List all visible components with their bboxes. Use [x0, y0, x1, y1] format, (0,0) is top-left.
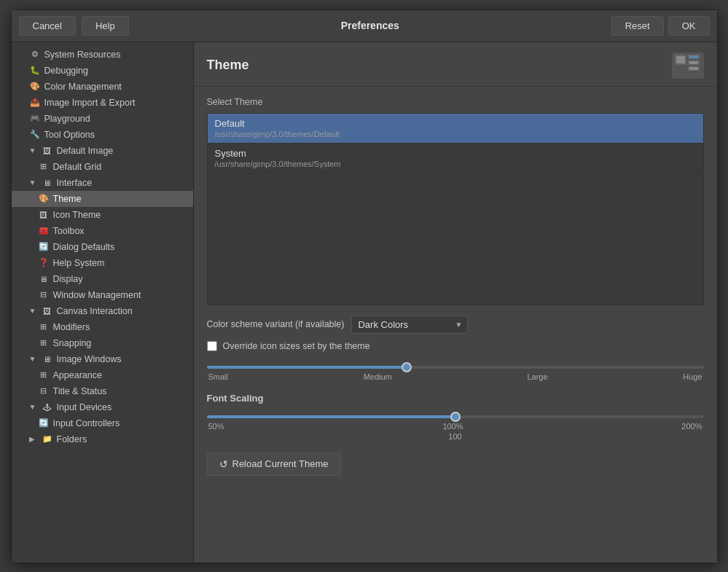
sidebar-item-label: Folders [57, 434, 87, 444]
collapse-arrow-icon: ▼ [29, 146, 38, 154]
reset-button[interactable]: Reset [611, 16, 664, 36]
font-mark-200: 200% [681, 422, 702, 431]
theme-svg-icon [675, 55, 701, 77]
sidebar-item-appearance[interactable]: ⊞ Appearance [12, 367, 193, 383]
image-import-icon: 📤 [29, 97, 41, 109]
dialog-defaults-icon: 🔄 [38, 241, 50, 253]
sidebar-item-label: Debugging [44, 66, 88, 76]
icon-size-slider-section: Small Medium Large Huge [207, 360, 704, 381]
theme-name-system: System [215, 148, 696, 159]
debugging-icon: 🐛 [29, 65, 41, 77]
select-theme-label: Select Theme [207, 97, 704, 107]
font-scale-slider[interactable] [207, 415, 704, 418]
sidebar-item-title-status[interactable]: ⊟ Title & Status [12, 383, 193, 399]
theme-icon: 🎨 [38, 193, 50, 205]
sidebar-item-label: Default Image [57, 146, 114, 156]
icon-size-mark-medium: Medium [364, 372, 392, 381]
collapse-arrow-folders-icon: ▶ [29, 435, 38, 443]
sidebar-item-image-windows[interactable]: ▼ 🖥 Image Windows [12, 351, 193, 367]
override-checkbox-label: Override icon sizes set by the theme [223, 341, 370, 351]
sidebar-item-theme[interactable]: 🎨 Theme [12, 191, 193, 207]
sidebar-item-color-management[interactable]: 🎨 Color Management [12, 79, 193, 95]
font-mark-100: 100% [442, 422, 463, 431]
reload-button-label: Reload Current Theme [232, 458, 329, 469]
color-scheme-select-wrapper: Dark Colors Light Colors System Default [351, 316, 468, 334]
title-status-icon: ⊟ [38, 385, 50, 397]
theme-name-default: Default [215, 118, 696, 129]
color-scheme-select[interactable]: Dark Colors Light Colors System Default [351, 316, 468, 334]
font-scale-current-value: 100 [207, 432, 704, 441]
sidebar-item-label: Color Management [44, 82, 122, 92]
page-title: Theme [207, 58, 249, 73]
input-controllers-icon: 🔄 [38, 418, 50, 429]
modifiers-icon: ⊞ [38, 321, 50, 333]
icon-size-mark-large: Large [527, 372, 547, 381]
sidebar-item-canvas-interaction[interactable]: ▼ 🖼 Canvas Interaction [12, 303, 193, 319]
sidebar-item-modifiers[interactable]: ⊞ Modifiers [12, 319, 193, 335]
sidebar-item-label: Help System [53, 258, 105, 268]
color-management-icon: 🎨 [29, 81, 41, 93]
default-image-icon: 🖼 [42, 145, 53, 157]
input-devices-icon: 🕹 [42, 401, 53, 413]
sidebar-item-label: Title & Status [53, 386, 107, 396]
sidebar-item-label: Input Devices [57, 402, 112, 412]
sidebar-item-image-import-export[interactable]: 📤 Image Import & Export [12, 95, 193, 111]
folders-icon: 📁 [42, 434, 53, 445]
sidebar-item-dialog-defaults[interactable]: 🔄 Dialog Defaults [12, 239, 193, 255]
font-scaling-label: Font Scaling [207, 393, 704, 404]
help-system-icon: ❓ [38, 257, 50, 269]
sidebar-item-tool-options[interactable]: 🔧 Tool Options [12, 127, 193, 143]
sidebar-item-label: Theme [53, 194, 82, 204]
svg-rect-1 [676, 56, 685, 63]
sidebar-item-label: Modifiers [53, 322, 90, 332]
theme-list: Default /usr/share/gimp/3.0/themes/Defau… [207, 113, 704, 305]
titlebar-right: Reset OK [611, 16, 710, 36]
sidebar-item-label: Interface [57, 178, 93, 188]
sidebar-item-folders[interactable]: ▶ 📁 Folders [12, 431, 193, 447]
ok-button[interactable]: OK [668, 16, 710, 36]
theme-item-default[interactable]: Default /usr/share/gimp/3.0/themes/Defau… [208, 114, 703, 144]
sidebar-item-window-management[interactable]: ⊟ Window Management [12, 287, 193, 303]
sidebar-item-interface[interactable]: ▼ 🖥 Interface [12, 175, 193, 191]
sidebar-item-debugging[interactable]: 🐛 Debugging [12, 63, 193, 79]
main-header: Theme [194, 42, 717, 87]
collapse-arrow-canvas-icon: ▼ [29, 307, 38, 315]
override-checkbox[interactable] [207, 341, 217, 351]
icon-theme-icon: 🖼 [38, 209, 50, 221]
collapse-arrow-interface-icon: ▼ [29, 179, 38, 187]
sidebar-item-label: Image Import & Export [44, 98, 136, 108]
sidebar-item-label: Window Management [53, 290, 141, 300]
sidebar-item-input-devices[interactable]: ▼ 🕹 Input Devices [12, 399, 193, 415]
sidebar-item-input-controllers[interactable]: 🔄 Input Controllers [12, 415, 193, 431]
theme-list-empty-space [208, 173, 703, 305]
sidebar-item-display[interactable]: 🖥 Display [12, 271, 193, 287]
sidebar-item-icon-theme[interactable]: 🖼 Icon Theme [12, 207, 193, 223]
window-title: Preferences [135, 20, 606, 31]
default-grid-icon: ⊞ [38, 161, 50, 173]
icon-size-slider[interactable] [207, 366, 704, 369]
sidebar-item-toolbox[interactable]: 🧰 Toolbox [12, 223, 193, 239]
sidebar-item-default-image[interactable]: ▼ 🖼 Default Image [12, 143, 193, 159]
theme-path-default: /usr/share/gimp/3.0/themes/Default [215, 130, 696, 138]
sidebar-item-label: Image Windows [57, 354, 122, 364]
sidebar-item-snapping[interactable]: ⊞ Snapping [12, 335, 193, 351]
sidebar-item-default-grid[interactable]: ⊞ Default Grid [12, 159, 193, 175]
cancel-button[interactable]: Cancel [19, 16, 76, 36]
main-content: ⚙ System Resources 🐛 Debugging 🎨 Color M… [12, 42, 717, 563]
system-resources-icon: ⚙ [29, 49, 41, 60]
sidebar-item-help-system[interactable]: ❓ Help System [12, 255, 193, 271]
sidebar-item-label: Toolbox [53, 226, 85, 236]
sidebar-item-system-resources[interactable]: ⚙ System Resources [12, 47, 193, 63]
sidebar-item-label: Snapping [53, 338, 92, 348]
help-button[interactable]: Help [82, 16, 129, 36]
reload-theme-button[interactable]: ↺ Reload Current Theme [207, 452, 341, 476]
display-icon: 🖥 [38, 273, 50, 285]
sidebar-item-label: Tool Options [44, 130, 95, 140]
main-panel-content: Select Theme Default /usr/share/gimp/3.0… [194, 87, 717, 563]
collapse-arrow-input-icon: ▼ [29, 403, 38, 411]
icon-size-mark-small: Small [208, 372, 229, 381]
snapping-icon: ⊞ [38, 337, 50, 349]
sidebar-item-playground[interactable]: 🎮 Playground [12, 111, 193, 127]
theme-item-system[interactable]: System /usr/share/gimp/3.0/themes/System [208, 144, 703, 173]
sidebar: ⚙ System Resources 🐛 Debugging 🎨 Color M… [12, 42, 194, 563]
